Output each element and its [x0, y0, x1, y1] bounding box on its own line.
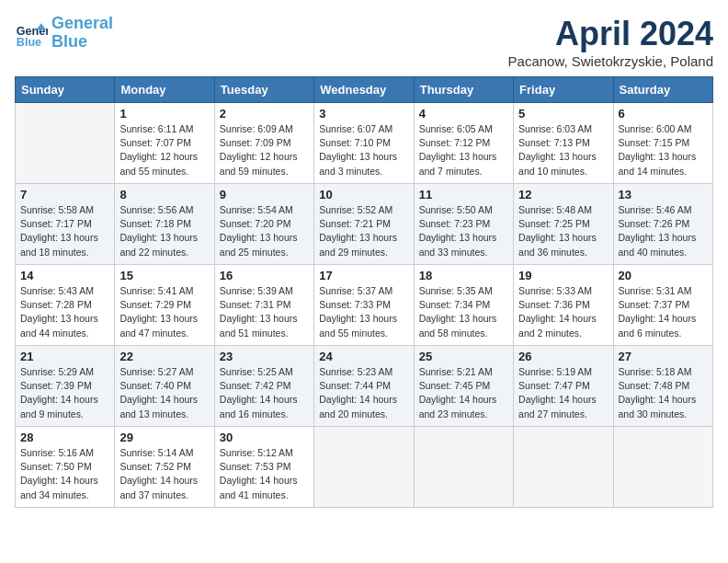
calendar-cell: 22Sunrise: 5:27 AMSunset: 7:40 PMDayligh… [115, 346, 214, 427]
day-info: Sunrise: 5:56 AMSunset: 7:18 PMDaylight:… [119, 203, 209, 259]
day-info: Sunrise: 5:25 AMSunset: 7:42 PMDaylight:… [220, 365, 309, 421]
day-number: 5 [518, 107, 608, 121]
weekday-header-row: SundayMondayTuesdayWednesdayThursdayFrid… [16, 77, 713, 103]
day-info: Sunrise: 5:16 AMSunset: 7:50 PMDaylight:… [20, 446, 109, 502]
day-info: Sunrise: 5:50 AMSunset: 7:23 PMDaylight:… [419, 203, 508, 259]
day-number: 14 [20, 269, 109, 282]
day-number: 8 [119, 188, 209, 201]
svg-text:Blue: Blue [17, 36, 41, 49]
day-info: Sunrise: 5:37 AMSunset: 7:33 PMDaylight:… [319, 284, 408, 340]
calendar-cell: 5Sunrise: 6:03 AMSunset: 7:13 PMDaylight… [514, 103, 613, 184]
day-number: 18 [419, 269, 508, 282]
calendar-cell: 29Sunrise: 5:14 AMSunset: 7:52 PMDayligh… [115, 427, 214, 508]
calendar-cell: 23Sunrise: 5:25 AMSunset: 7:42 PMDayligh… [214, 346, 313, 427]
day-info: Sunrise: 5:27 AMSunset: 7:40 PMDaylight:… [119, 365, 209, 421]
day-number: 20 [619, 269, 708, 282]
day-info: Sunrise: 5:52 AMSunset: 7:21 PMDaylight:… [319, 203, 408, 259]
weekday-header-wednesday: Wednesday [314, 77, 414, 103]
day-info: Sunrise: 5:48 AMSunset: 7:25 PMDaylight:… [518, 203, 608, 259]
header: General Blue General Blue April 2024 Pac… [15, 15, 713, 69]
day-number: 23 [220, 350, 309, 363]
day-info: Sunrise: 5:29 AMSunset: 7:39 PMDaylight:… [20, 365, 109, 421]
weekday-header-thursday: Thursday [414, 77, 513, 103]
calendar-cell: 28Sunrise: 5:16 AMSunset: 7:50 PMDayligh… [16, 427, 115, 508]
day-info: Sunrise: 5:33 AMSunset: 7:36 PMDaylight:… [518, 284, 608, 340]
day-info: Sunrise: 5:14 AMSunset: 7:52 PMDaylight:… [119, 446, 209, 502]
day-number: 3 [319, 107, 408, 121]
day-info: Sunrise: 5:43 AMSunset: 7:28 PMDaylight:… [20, 284, 109, 340]
day-number: 25 [419, 350, 508, 363]
calendar-cell [314, 427, 414, 508]
calendar-cell [16, 103, 115, 184]
calendar-cell: 8Sunrise: 5:56 AMSunset: 7:18 PMDaylight… [115, 184, 214, 265]
calendar-subtitle: Pacanow, Swietokrzyskie, Poland [508, 53, 713, 69]
calendar-week-row: 14Sunrise: 5:43 AMSunset: 7:28 PMDayligh… [16, 265, 713, 346]
day-number: 6 [619, 107, 708, 121]
weekday-header-saturday: Saturday [613, 77, 712, 103]
day-number: 28 [20, 431, 109, 444]
title-area: April 2024 Pacanow, Swietokrzyskie, Pola… [508, 15, 713, 69]
logo-icon: General Blue [15, 17, 48, 50]
day-number: 9 [220, 188, 309, 201]
day-number: 29 [119, 431, 209, 444]
day-number: 30 [220, 431, 309, 444]
day-info: Sunrise: 6:09 AMSunset: 7:09 PMDaylight:… [220, 122, 309, 178]
day-info: Sunrise: 5:12 AMSunset: 7:53 PMDaylight:… [220, 446, 309, 502]
calendar-cell: 20Sunrise: 5:31 AMSunset: 7:37 PMDayligh… [613, 265, 712, 346]
day-info: Sunrise: 6:00 AMSunset: 7:15 PMDaylight:… [619, 122, 708, 178]
day-info: Sunrise: 5:46 AMSunset: 7:26 PMDaylight:… [619, 203, 708, 259]
calendar-cell: 21Sunrise: 5:29 AMSunset: 7:39 PMDayligh… [16, 346, 115, 427]
day-info: Sunrise: 5:18 AMSunset: 7:48 PMDaylight:… [619, 365, 708, 421]
day-info: Sunrise: 5:31 AMSunset: 7:37 PMDaylight:… [619, 284, 708, 340]
calendar-cell: 26Sunrise: 5:19 AMSunset: 7:47 PMDayligh… [514, 346, 613, 427]
day-number: 27 [619, 350, 708, 363]
day-number: 26 [518, 350, 608, 363]
day-info: Sunrise: 5:54 AMSunset: 7:20 PMDaylight:… [220, 203, 309, 259]
calendar-title: April 2024 [508, 15, 713, 53]
calendar-cell [514, 427, 613, 508]
calendar-cell: 14Sunrise: 5:43 AMSunset: 7:28 PMDayligh… [16, 265, 115, 346]
day-info: Sunrise: 5:39 AMSunset: 7:31 PMDaylight:… [220, 284, 309, 340]
calendar-table: SundayMondayTuesdayWednesdayThursdayFrid… [15, 76, 713, 508]
logo: General Blue General Blue [15, 15, 113, 52]
calendar-cell: 13Sunrise: 5:46 AMSunset: 7:26 PMDayligh… [613, 184, 712, 265]
calendar-cell: 17Sunrise: 5:37 AMSunset: 7:33 PMDayligh… [314, 265, 414, 346]
calendar-cell: 4Sunrise: 6:05 AMSunset: 7:12 PMDaylight… [414, 103, 513, 184]
calendar-cell: 19Sunrise: 5:33 AMSunset: 7:36 PMDayligh… [514, 265, 613, 346]
day-number: 13 [619, 188, 708, 201]
day-number: 12 [518, 188, 608, 201]
calendar-cell: 27Sunrise: 5:18 AMSunset: 7:48 PMDayligh… [613, 346, 712, 427]
day-info: Sunrise: 6:07 AMSunset: 7:10 PMDaylight:… [319, 122, 408, 178]
day-number: 22 [119, 350, 209, 363]
day-number: 4 [419, 107, 508, 121]
day-number: 11 [419, 188, 508, 201]
logo-text-line1: General [51, 15, 113, 33]
calendar-cell: 30Sunrise: 5:12 AMSunset: 7:53 PMDayligh… [214, 427, 313, 508]
calendar-cell: 9Sunrise: 5:54 AMSunset: 7:20 PMDaylight… [214, 184, 313, 265]
calendar-week-row: 21Sunrise: 5:29 AMSunset: 7:39 PMDayligh… [16, 346, 713, 427]
day-info: Sunrise: 5:58 AMSunset: 7:17 PMDaylight:… [20, 203, 109, 259]
day-number: 10 [319, 188, 408, 201]
calendar-cell: 25Sunrise: 5:21 AMSunset: 7:45 PMDayligh… [414, 346, 513, 427]
weekday-header-friday: Friday [514, 77, 613, 103]
day-number: 24 [319, 350, 408, 363]
calendar-cell [414, 427, 513, 508]
calendar-cell: 6Sunrise: 6:00 AMSunset: 7:15 PMDaylight… [613, 103, 712, 184]
day-info: Sunrise: 5:23 AMSunset: 7:44 PMDaylight:… [319, 365, 408, 421]
day-number: 2 [220, 107, 309, 121]
calendar-cell: 11Sunrise: 5:50 AMSunset: 7:23 PMDayligh… [414, 184, 513, 265]
calendar-cell: 12Sunrise: 5:48 AMSunset: 7:25 PMDayligh… [514, 184, 613, 265]
day-info: Sunrise: 6:05 AMSunset: 7:12 PMDaylight:… [419, 122, 508, 178]
weekday-header-tuesday: Tuesday [214, 77, 313, 103]
calendar-week-row: 7Sunrise: 5:58 AMSunset: 7:17 PMDaylight… [16, 184, 713, 265]
day-number: 16 [220, 269, 309, 282]
calendar-week-row: 28Sunrise: 5:16 AMSunset: 7:50 PMDayligh… [16, 427, 713, 508]
day-number: 7 [20, 188, 109, 201]
day-number: 21 [20, 350, 109, 363]
day-number: 1 [119, 107, 209, 121]
day-number: 15 [119, 269, 209, 282]
day-info: Sunrise: 5:19 AMSunset: 7:47 PMDaylight:… [518, 365, 608, 421]
calendar-cell: 1Sunrise: 6:11 AMSunset: 7:07 PMDaylight… [115, 103, 214, 184]
logo-text-line2: Blue [51, 33, 113, 52]
day-number: 17 [319, 269, 408, 282]
